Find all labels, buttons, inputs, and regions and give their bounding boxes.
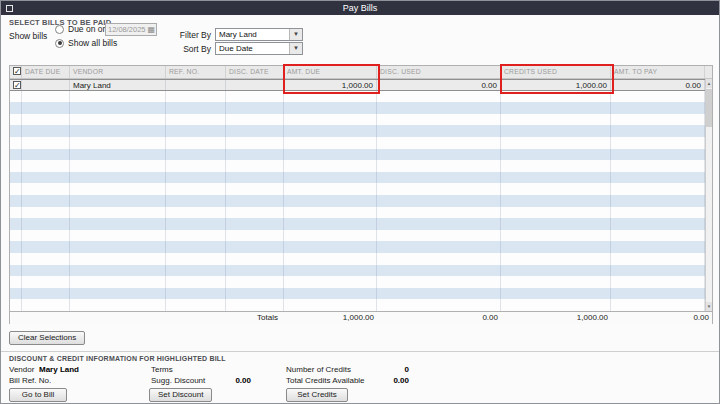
cell-disc-date[interactable]: [226, 80, 284, 90]
empty-row[interactable]: [10, 288, 712, 300]
cell-amt-to-pay[interactable]: 0.00: [611, 80, 705, 90]
empty-cell: [70, 160, 166, 172]
empty-row[interactable]: [10, 125, 712, 137]
empty-cell: [70, 102, 166, 114]
empty-cell: [10, 183, 22, 195]
empty-cell: [22, 253, 70, 265]
column-header-credits-used[interactable]: CREDITS USED: [501, 66, 611, 78]
empty-cell: [611, 114, 705, 126]
row-checkbox[interactable]: ✓: [13, 81, 21, 89]
totals-row: Totals1,000.000.001,000.000.00: [10, 311, 712, 324]
empty-row[interactable]: [10, 230, 712, 242]
empty-row[interactable]: [10, 183, 712, 195]
table-header-row: ✓DATE DUEVENDORREF. NO.DISC. DATEAMT. DU…: [10, 66, 712, 79]
column-header-disc-date[interactable]: DISC. DATE: [226, 66, 284, 78]
empty-cell: [10, 207, 22, 219]
radio-show-all-bills[interactable]: Show all bills: [55, 38, 117, 48]
scrollbar-thumb[interactable]: [706, 89, 712, 127]
empty-cell: [377, 265, 501, 277]
empty-row[interactable]: [10, 195, 712, 207]
empty-row[interactable]: [10, 137, 712, 149]
empty-row[interactable]: [10, 160, 712, 172]
due-date-value: 12/08/2025: [106, 25, 147, 34]
vendor-value: Mary Land: [39, 365, 79, 374]
column-header-vendor[interactable]: VENDOR: [70, 66, 166, 78]
empty-cell: [10, 241, 22, 253]
empty-cell: [284, 160, 377, 172]
empty-row[interactable]: [10, 253, 712, 265]
empty-cell: [226, 183, 284, 195]
empty-cell: [284, 230, 377, 242]
due-date-input[interactable]: 12/08/2025 ▦: [105, 23, 157, 36]
empty-row[interactable]: [10, 241, 712, 253]
empty-cell: [611, 241, 705, 253]
empty-cell: [611, 276, 705, 288]
radio-circle-icon: [55, 39, 64, 48]
empty-cell: [10, 102, 22, 114]
content-area: SELECT BILLS TO BE PAID Show bills Due o…: [1, 15, 719, 403]
empty-cell: [377, 253, 501, 265]
empty-row[interactable]: [10, 172, 712, 184]
select-all-checkbox[interactable]: ✓: [13, 67, 21, 75]
calendar-icon[interactable]: ▦: [147, 25, 156, 35]
empty-cell: [377, 218, 501, 230]
empty-cell: [70, 183, 166, 195]
empty-row[interactable]: [10, 91, 712, 103]
column-header-disc-used[interactable]: DISC. USED: [377, 66, 501, 78]
empty-row[interactable]: [10, 102, 712, 114]
column-header-amt-to-pay[interactable]: AMT. TO PAY: [611, 66, 705, 78]
window-restore-icon[interactable]: [6, 5, 13, 12]
cell-ref-no[interactable]: [166, 80, 226, 90]
cell-credits-used[interactable]: 1,000.00: [501, 80, 611, 90]
chevron-down-icon[interactable]: ▼: [289, 29, 302, 40]
empty-cell: [501, 114, 611, 126]
empty-cell: [501, 102, 611, 114]
column-header-amt-due[interactable]: AMT. DUE: [284, 66, 377, 78]
column-header-ref-no[interactable]: REF. NO.: [166, 66, 226, 78]
empty-cell: [166, 207, 226, 219]
vendor-label: Vendor: [9, 365, 34, 374]
empty-row[interactable]: [10, 299, 712, 311]
empty-cell: [166, 195, 226, 207]
chevron-down-icon[interactable]: ▼: [289, 43, 302, 54]
clear-selections-button[interactable]: Clear Selections: [9, 331, 85, 345]
empty-cell: [10, 299, 22, 311]
empty-row[interactable]: [10, 114, 712, 126]
empty-cell: [226, 207, 284, 219]
cell-amt-due[interactable]: 1,000.00: [284, 80, 377, 90]
filter-by-select[interactable]: Mary Land ▼: [215, 28, 303, 41]
empty-cell: [377, 172, 501, 184]
scroll-up-icon[interactable]: ▲: [706, 79, 712, 88]
empty-cell: [284, 91, 377, 103]
table-row-mary-land[interactable]: ✓Mary Land1,000.000.001,000.000.00: [10, 79, 712, 91]
cell-disc-used[interactable]: 0.00: [377, 80, 501, 90]
empty-cell: [226, 102, 284, 114]
go-to-bill-button[interactable]: Go to Bill: [9, 388, 67, 402]
set-credits-button[interactable]: Set Credits: [286, 388, 348, 402]
column-header-date-due[interactable]: DATE DUE: [22, 66, 70, 78]
empty-cell: [166, 160, 226, 172]
sort-by-select[interactable]: Due Date ▼: [215, 42, 303, 55]
empty-row[interactable]: [10, 218, 712, 230]
sort-by-value: Due Date: [216, 44, 289, 53]
empty-cell: [501, 288, 611, 300]
empty-cell: [611, 253, 705, 265]
scroll-down-icon[interactable]: ▼: [706, 302, 712, 311]
empty-cell: [22, 299, 70, 311]
empty-cell: [70, 137, 166, 149]
empty-cell: [377, 207, 501, 219]
set-discount-button[interactable]: Set Discount: [149, 388, 212, 402]
empty-cell: [166, 276, 226, 288]
empty-row[interactable]: [10, 207, 712, 219]
empty-row[interactable]: [10, 276, 712, 288]
cell-vendor[interactable]: Mary Land: [70, 80, 166, 90]
cell-checkbox: ✓: [10, 80, 22, 90]
vertical-scrollbar[interactable]: ▲ ▼: [705, 79, 712, 311]
empty-cell: [10, 137, 22, 149]
sugg-discount-label: Sugg. Discount: [151, 376, 205, 385]
empty-cell: [166, 125, 226, 137]
empty-row[interactable]: [10, 149, 712, 161]
empty-row[interactable]: [10, 265, 712, 277]
empty-cell: [377, 288, 501, 300]
cell-date-due[interactable]: [22, 80, 70, 90]
